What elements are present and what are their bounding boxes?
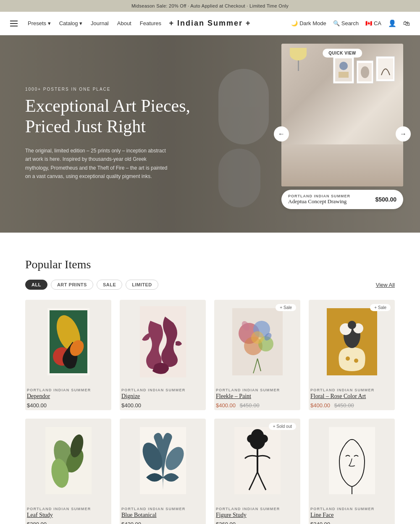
- product-meta-8: PORTLAND INDIAN SUMMER Line Face $340.00: [309, 503, 395, 524]
- product-brand-8: PORTLAND INDIAN SUMMER: [310, 507, 393, 511]
- nav-item-about[interactable]: About: [117, 20, 131, 26]
- product-name-5[interactable]: Leaf Study: [27, 512, 110, 519]
- product-meta-5: PORTLAND INDIAN SUMMER Leaf Study $380.0…: [25, 503, 111, 524]
- product-brand-5: PORTLAND INDIAN SUMMER: [27, 507, 110, 511]
- hero-section: 1000+ POSTERS IN ONE PLACE Exceptional A…: [0, 35, 420, 233]
- room-bed: [281, 144, 403, 186]
- brand-logo[interactable]: + Indian Summer +: [169, 19, 251, 28]
- carousel-prev-button[interactable]: ←: [274, 126, 289, 141]
- product-brand-6: PORTLAND INDIAN SUMMER: [121, 507, 204, 511]
- product-brand-7: PORTLAND INDIAN SUMMER: [216, 507, 299, 511]
- user-icon[interactable]: 👤: [388, 19, 396, 27]
- product-name-6[interactable]: Blue Botanical: [121, 512, 204, 519]
- product-price-1: $400.00: [27, 402, 110, 409]
- hamburger-menu[interactable]: [10, 21, 18, 26]
- product-price-4: $400.00 $450.00: [310, 402, 393, 409]
- lamp-decoration: [290, 48, 307, 73]
- section-title: Popular Items: [25, 258, 395, 271]
- nav-item-journal[interactable]: Journal: [91, 20, 109, 26]
- moon-icon: 🌙: [291, 20, 298, 26]
- hero-title: Exceptional Art Pieces, Priced Just Righ…: [25, 96, 193, 136]
- product-brand-4: PORTLAND INDIAN SUMMER: [310, 388, 393, 392]
- product-price-5: $380.00: [27, 521, 110, 524]
- product-price-6: $420.00: [121, 521, 204, 524]
- product-meta-2: PORTLAND INDIAN SUMMER Dignize $400.00: [120, 384, 206, 410]
- flag-icon: 🇨🇦: [365, 20, 372, 26]
- product-meta-3: PORTLAND INDIAN SUMMER Fleekle – Paint $…: [214, 384, 300, 410]
- region-selector[interactable]: 🇨🇦 CA: [365, 20, 381, 26]
- product-name-8[interactable]: Line Face: [310, 512, 393, 519]
- nav-menu: Presets ▾ Catalog ▾ Journal About Featur…: [28, 20, 161, 26]
- svg-point-28: [348, 321, 356, 329]
- svg-point-20: [251, 331, 264, 344]
- svg-point-30: [354, 359, 358, 363]
- product-thumb-3: + Sale: [214, 300, 300, 384]
- product-grid-row1: PORTLAND INDIAN SUMMER Dependor $400.00: [25, 300, 395, 410]
- product-name-2[interactable]: Dignize: [121, 393, 204, 400]
- svg-rect-2: [339, 72, 349, 78]
- nav-item-catalog[interactable]: Catalog ▾: [59, 20, 82, 26]
- quick-view-button[interactable]: QUICK VIEW: [323, 49, 362, 58]
- promo-text: Midseason Sale: 20% Off · Auto Applied a…: [131, 3, 289, 8]
- carousel-next-button[interactable]: →: [396, 126, 411, 141]
- product-price-8: $340.00: [310, 521, 393, 524]
- poster-1: [333, 56, 354, 84]
- product-card-5: PORTLAND INDIAN SUMMER Leaf Study $380.0…: [25, 419, 111, 524]
- room-background: [281, 44, 403, 186]
- artwork-fleekle: [224, 300, 291, 384]
- product-card-1: PORTLAND INDIAN SUMMER Dependor $400.00: [25, 300, 111, 410]
- artwork-floral: [318, 300, 386, 384]
- product-name-1[interactable]: Dependor: [27, 393, 110, 400]
- svg-rect-49: [329, 427, 375, 494]
- product-price-7: $360.00: [216, 521, 299, 524]
- product-price-3: $400.00 $450.00: [216, 402, 299, 409]
- product-name[interactable]: Adeptua Concept Drawing: [288, 198, 350, 205]
- search-icon: 🔍: [333, 20, 340, 26]
- hero-eyebrow: 1000+ POSTERS IN ONE PLACE: [25, 87, 193, 92]
- product-card-6: PORTLAND INDIAN SUMMER Blue Botanical $4…: [120, 419, 206, 524]
- sale-badge-4: + Sale: [370, 304, 391, 311]
- popular-section: Popular Items ALL ART PRINTS SALE LIMITE…: [0, 233, 420, 524]
- product-card-7: + Sold out: [214, 419, 300, 524]
- poster-2: [357, 60, 373, 84]
- artwork-dependor: [35, 300, 102, 384]
- svg-point-29: [346, 356, 350, 361]
- product-info-text: PORTLAND INDIAN SUMMER Adeptua Concept D…: [288, 194, 350, 205]
- poster-3: [376, 56, 395, 81]
- product-thumb-2: [120, 300, 206, 384]
- artwork-botanical: [129, 419, 197, 503]
- product-brand-3: PORTLAND INDIAN SUMMER: [216, 388, 299, 392]
- svg-point-45: [247, 435, 255, 443]
- svg-point-46: [260, 435, 268, 443]
- product-thumb-8: [309, 419, 395, 503]
- search-button[interactable]: 🔍 Search: [333, 20, 359, 26]
- dark-mode-toggle[interactable]: 🌙 Dark Mode: [291, 20, 326, 26]
- product-price-2: $400.00: [121, 402, 204, 409]
- hero-product-card: QUICK VIEW ← → PORTLAND INDIAN SUMMER Ad…: [281, 44, 403, 224]
- svg-point-1: [339, 62, 348, 70]
- filter-all[interactable]: ALL: [25, 280, 47, 290]
- product-name-4[interactable]: Floral – Rose Color Art: [310, 393, 393, 400]
- product-card-8: PORTLAND INDIAN SUMMER Line Face $340.00: [309, 419, 395, 524]
- product-grid-row2: PORTLAND INDIAN SUMMER Leaf Study $380.0…: [25, 419, 395, 524]
- nav-right: 🌙 Dark Mode 🔍 Search 🇨🇦 CA 👤 🛍: [291, 19, 410, 27]
- hero-product-image: QUICK VIEW: [281, 44, 403, 186]
- hero-description: The original, limited edition – 25 print…: [25, 147, 168, 181]
- product-meta-7: PORTLAND INDIAN SUMMER Figure Study $360…: [214, 503, 300, 524]
- filter-limited[interactable]: LIMITED: [126, 280, 158, 290]
- product-brand-2: PORTLAND INDIAN SUMMER: [121, 388, 204, 392]
- product-meta-4: PORTLAND INDIAN SUMMER Floral – Rose Col…: [309, 384, 395, 410]
- product-name-7[interactable]: Figure Study: [216, 512, 299, 519]
- product-price: $500.00: [375, 196, 396, 203]
- view-all-link[interactable]: View All: [376, 282, 395, 288]
- promo-banner: Midseason Sale: 20% Off · Auto Applied a…: [0, 0, 420, 12]
- filter-sale[interactable]: SALE: [97, 280, 122, 290]
- product-brand-1: PORTLAND INDIAN SUMMER: [27, 388, 110, 392]
- nav-item-features[interactable]: Features: [140, 20, 161, 26]
- nav-item-presets[interactable]: Presets ▾: [28, 20, 51, 26]
- filter-art-prints[interactable]: ART PRINTS: [51, 280, 93, 290]
- product-name-3[interactable]: Fleekle – Paint: [216, 393, 299, 400]
- cart-icon[interactable]: 🛍: [403, 20, 410, 27]
- product-info-card: PORTLAND INDIAN SUMMER Adeptua Concept D…: [281, 190, 403, 209]
- nav-left: Presets ▾ Catalog ▾ Journal About Featur…: [10, 20, 161, 26]
